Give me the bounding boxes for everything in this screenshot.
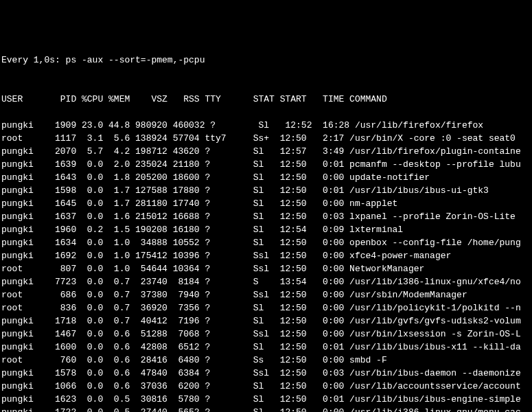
process-row: root 760 0.0 0.6 28416 6480 ? Ss 12:50 0… bbox=[1, 354, 532, 367]
process-row: root 1117 3.1 5.6 138924 57704 tty7 Ss+ … bbox=[1, 132, 532, 145]
process-row: pungki 1066 0.0 0.6 37036 6200 ? Sl 12:5… bbox=[1, 380, 532, 393]
watch-header: Every 1,0s: ps -aux --sort=-pmem,-pcpu bbox=[1, 54, 532, 67]
process-row: pungki 1467 0.0 0.6 51288 7068 ? Ssl 12:… bbox=[1, 328, 532, 341]
process-row: pungki 1634 0.0 1.0 34888 10552 ? Sl 12:… bbox=[1, 236, 532, 249]
process-row: pungki 1909 23.0 44.8 980920 460032 ? Sl… bbox=[1, 119, 532, 132]
process-row: pungki 1692 0.0 1.0 175412 10396 ? Ssl 1… bbox=[1, 249, 532, 262]
process-row: root 686 0.0 0.7 37380 7940 ? Ssl 12:50 … bbox=[1, 288, 532, 301]
column-headers: USER PID %CPU %MEM VSZ RSS TTY STAT STAR… bbox=[1, 93, 532, 106]
process-row: pungki 1722 0.0 0.5 27440 5652 ? Sl 12:5… bbox=[1, 406, 532, 412]
process-row: pungki 1639 0.0 2.0 235024 21180 ? Sl 12… bbox=[1, 158, 532, 171]
process-row: pungki 1645 0.0 1.7 281180 17740 ? Sl 12… bbox=[1, 197, 532, 210]
process-row: pungki 1643 0.0 1.8 205200 18600 ? Sl 12… bbox=[1, 171, 532, 184]
process-row: pungki 1637 0.0 1.6 215012 16688 ? Sl 12… bbox=[1, 210, 532, 223]
process-row: pungki 1598 0.0 1.7 127588 17880 ? Sl 12… bbox=[1, 184, 532, 197]
process-row: root 807 0.0 1.0 54644 10364 ? Ssl 12:50… bbox=[1, 262, 532, 275]
process-row: pungki 1718 0.0 0.7 40412 7196 ? Sl 12:5… bbox=[1, 314, 532, 328]
process-row: pungki 1623 0.0 0.5 30816 5780 ? Sl 12:5… bbox=[1, 393, 532, 406]
process-row: pungki 1960 0.2 1.5 190208 16180 ? Sl 12… bbox=[1, 223, 532, 236]
process-row: root 836 0.0 0.7 36920 7356 ? Sl 12:50 0… bbox=[1, 301, 532, 314]
process-row: pungki 7723 0.0 0.7 23740 8184 ? S 13:54… bbox=[1, 275, 532, 288]
process-row: pungki 2070 5.7 4.2 198712 43620 ? Sl 12… bbox=[1, 145, 532, 158]
process-row: pungki 1600 0.0 0.6 42808 6512 ? Sl 12:5… bbox=[1, 341, 532, 354]
process-list: pungki 1909 23.0 44.8 980920 460032 ? Sl… bbox=[1, 119, 532, 412]
process-row: pungki 1578 0.0 0.6 47840 6384 ? Ssl 12:… bbox=[1, 367, 532, 380]
